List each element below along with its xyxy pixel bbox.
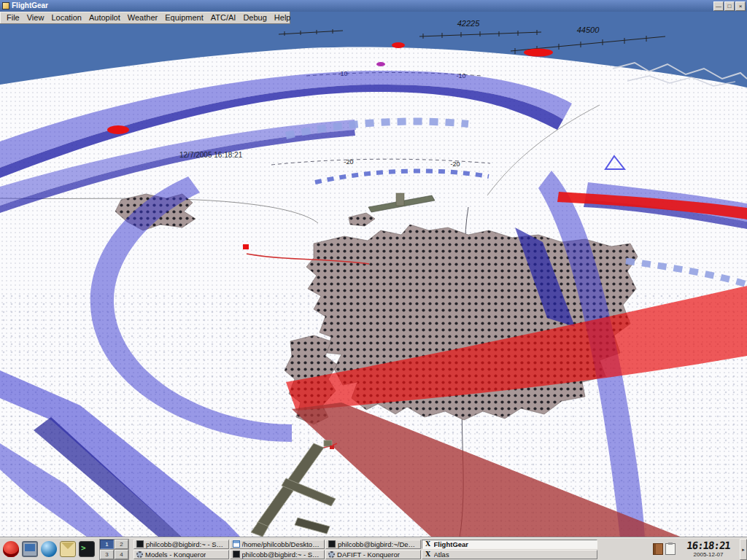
taskbar-clock[interactable]: 16:18:21 2005-12-07 [678, 540, 738, 558]
desktop-4[interactable]: 4 [115, 550, 128, 559]
window-title: FlightGear [12, 0, 713, 12]
book-tray-icon[interactable] [653, 543, 663, 555]
scale-label: 42225 [457, 19, 480, 28]
terminal-icon [136, 540, 144, 548]
menu-atc-ai[interactable]: ATC/AI [207, 12, 240, 23]
kde-taskbar: > 1 2 3 4 philcobb@bigbird:~ - Shell - K… [0, 537, 747, 560]
menu-debug[interactable]: Debug [239, 12, 270, 23]
menu-weather[interactable]: Weather [124, 12, 161, 23]
flightgear-3d-viewport: 42225 44500 -10 -10 -20 -20 [0, 12, 747, 537]
maximize-button[interactable]: □ [724, 1, 735, 11]
file-icon [233, 540, 240, 548]
konqueror-launcher[interactable] [39, 540, 58, 559]
gear-icon [136, 551, 143, 558]
desktop-1[interactable]: 1 [100, 540, 114, 549]
x11-icon: X [425, 551, 432, 558]
flightgear-menubar: File View Location Autopilot Weather Equ… [0, 12, 290, 24]
task-dafift-konqueror[interactable]: DAFIFT - Konqueror [325, 550, 421, 559]
globe-icon [41, 541, 57, 557]
desktop-2[interactable]: 2 [115, 540, 128, 549]
flightgear-window-icon [2, 2, 9, 9]
minimize-button[interactable]: — [713, 1, 724, 11]
scale-label: 44500 [577, 26, 600, 34]
clipboard-tray-icon[interactable] [665, 543, 676, 555]
task-shell-desktop[interactable]: philcobb@bigbird:~/Desktop/d [325, 540, 421, 549]
k-menu-icon [3, 541, 19, 557]
menu-file[interactable]: File [3, 12, 23, 23]
menu-autopilot[interactable]: Autopilot [85, 12, 124, 23]
desktop-3[interactable]: 3 [100, 550, 114, 559]
terminal-icon: > [79, 541, 95, 557]
menu-equipment[interactable]: Equipment [161, 12, 207, 23]
menu-location[interactable]: Location [47, 12, 85, 23]
task-atlas[interactable]: X Atlas [422, 550, 597, 559]
task-models-konqueror[interactable]: Models - Konqueror [133, 550, 229, 559]
konsole-launcher[interactable]: > [77, 540, 96, 559]
task-flightgear[interactable]: X FlightGear [422, 540, 597, 549]
mail-icon [60, 541, 76, 557]
task-dafif-file[interactable]: /home/philcobb/Desktop/dafif [230, 540, 325, 549]
clock-date: 2005-12-07 [678, 551, 738, 558]
x11-icon: X [425, 540, 432, 548]
terminal-icon [233, 551, 240, 558]
window-titlebar[interactable]: FlightGear — □ × [0, 0, 747, 12]
terrain-airspace-scene: 42225 44500 -10 -10 -20 -20 [0, 12, 747, 537]
close-button[interactable]: × [735, 1, 746, 11]
task-shell-2[interactable]: philcobb@bigbird:~ - Shell - K [230, 550, 325, 559]
desktop-icon [22, 541, 38, 557]
sim-timestamp: 12/7/2005 16:18:21 [179, 151, 243, 159]
virtual-desktop-pager: 1 2 3 4 [99, 539, 129, 560]
show-desktop-button[interactable] [20, 540, 39, 559]
menu-help[interactable]: Help [271, 12, 295, 23]
contour-label: -20 [450, 160, 460, 168]
task-shell-1[interactable]: philcobb@bigbird:~ - Shell - K [133, 540, 229, 549]
desktop: FlightGear — □ × [0, 0, 747, 560]
terminal-icon [328, 540, 336, 548]
kmail-launcher[interactable] [58, 540, 77, 559]
task-button-list: philcobb@bigbird:~ - Shell - K /home/phi… [133, 540, 597, 559]
panel-hide-button[interactable]: ▸ [740, 539, 747, 560]
system-tray [653, 543, 676, 555]
k-menu-button[interactable] [1, 540, 20, 559]
gear-icon [328, 551, 335, 558]
contour-label: -20 [344, 158, 353, 166]
menu-view[interactable]: View [23, 12, 48, 23]
clock-time: 16:18:21 [678, 540, 739, 551]
